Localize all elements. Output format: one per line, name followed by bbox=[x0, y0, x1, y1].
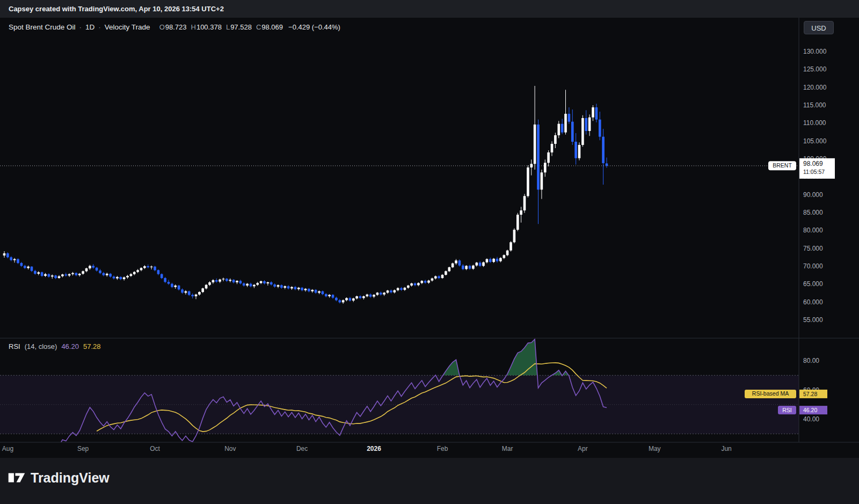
svg-text:40.00: 40.00 bbox=[803, 415, 819, 423]
currency-toggle-usd[interactable]: USD bbox=[804, 21, 834, 34]
high-label: H bbox=[191, 23, 196, 31]
svg-text:Sep: Sep bbox=[77, 445, 89, 452]
symbol-price-flag-text: BRENT bbox=[773, 162, 792, 169]
svg-text:Oct: Oct bbox=[150, 445, 160, 452]
svg-text:Feb: Feb bbox=[437, 445, 448, 452]
svg-text:85.000: 85.000 bbox=[803, 209, 823, 216]
price-axis[interactable]: 130.000125.000120.000115.000110.000105.0… bbox=[803, 48, 827, 324]
svg-text:65.000: 65.000 bbox=[803, 280, 823, 288]
change-value: −0.429 (−0.44%) bbox=[288, 23, 340, 31]
rsi-indicator-title[interactable]: RSI bbox=[9, 342, 20, 350]
close-label: C bbox=[256, 23, 261, 31]
time-axis[interactable]: AugSepOctNovDec2026FebMarAprMayJun bbox=[2, 445, 732, 452]
symbol-title[interactable]: Spot Brent Crude Oil bbox=[9, 23, 76, 31]
svg-text:115.000: 115.000 bbox=[803, 101, 826, 109]
data-provider-label[interactable]: Velocity Trade bbox=[105, 23, 150, 31]
svg-text:75.000: 75.000 bbox=[803, 245, 823, 252]
interval-label[interactable]: 1D bbox=[85, 23, 94, 31]
high-value: 100.378 bbox=[196, 23, 222, 31]
svg-text:Aug: Aug bbox=[2, 445, 13, 452]
snapshot-footer: TradingView bbox=[0, 458, 859, 504]
svg-text:70.000: 70.000 bbox=[803, 262, 823, 270]
tradingview-brand[interactable]: TradingView bbox=[8, 469, 110, 487]
candlestick-series[interactable] bbox=[3, 86, 608, 304]
svg-text:May: May bbox=[649, 445, 661, 452]
low-value: 97.528 bbox=[230, 23, 252, 31]
svg-text:2026: 2026 bbox=[367, 445, 381, 452]
svg-text:Apr: Apr bbox=[578, 445, 588, 452]
svg-text:60.000: 60.000 bbox=[803, 298, 823, 306]
svg-text:80.00: 80.00 bbox=[803, 357, 819, 364]
open-label: O bbox=[159, 23, 165, 31]
svg-text:90.000: 90.000 bbox=[803, 191, 823, 199]
svg-text:Mar: Mar bbox=[502, 445, 513, 452]
svg-text:55.000: 55.000 bbox=[803, 316, 823, 324]
tradingview-logo-icon bbox=[8, 469, 26, 487]
rsi-flag-text: RSI bbox=[782, 407, 792, 413]
svg-text:125.000: 125.000 bbox=[803, 65, 827, 73]
svg-text:Dec: Dec bbox=[296, 445, 308, 452]
bar-countdown-text: 11:05:57 bbox=[803, 169, 825, 175]
rsi-legend: RSI (14, close) 46.20 57.28 bbox=[9, 342, 100, 350]
rsi-current-value: 46.20 bbox=[61, 342, 79, 350]
chart-region[interactable]: 130.000125.000120.000115.000110.000105.0… bbox=[0, 18, 859, 458]
rsi-ma-current-value: 57.28 bbox=[83, 342, 101, 350]
svg-text:Nov: Nov bbox=[224, 445, 236, 452]
svg-text:110.000: 110.000 bbox=[803, 119, 826, 127]
screenshot-caption: Capsey created with TradingView.com, Apr… bbox=[9, 5, 224, 13]
svg-text:Jun: Jun bbox=[721, 445, 731, 452]
open-value: 98.723 bbox=[165, 23, 187, 31]
current-price-text: 98.069 bbox=[803, 160, 823, 167]
symbol-legend: Spot Brent Crude Oil · 1D · Velocity Tra… bbox=[9, 23, 340, 31]
svg-text:105.000: 105.000 bbox=[803, 137, 827, 145]
rsi-indicator-params: (14, close) bbox=[25, 342, 57, 350]
svg-text:120.000: 120.000 bbox=[803, 84, 827, 91]
rsi-ma-value-text: 57.28 bbox=[803, 391, 817, 397]
rsi-ma-flag-text: RSI-based MA bbox=[752, 390, 789, 397]
rsi-value-text: 46.20 bbox=[803, 407, 817, 413]
screenshot-header: Capsey created with TradingView.com, Apr… bbox=[0, 0, 859, 18]
tradingview-wordmark: TradingView bbox=[31, 470, 110, 486]
chart-canvas[interactable]: 130.000125.000120.000115.000110.000105.0… bbox=[0, 18, 859, 458]
ohlc-values: O98.723 H100.378 L97.528 C98.069 −0.429 … bbox=[159, 23, 340, 31]
legend-separator: · bbox=[79, 23, 82, 31]
legend-separator: · bbox=[98, 23, 101, 31]
low-label: L bbox=[226, 23, 230, 31]
svg-text:80.000: 80.000 bbox=[803, 227, 823, 234]
svg-text:130.000: 130.000 bbox=[803, 48, 827, 55]
close-value: 98.069 bbox=[261, 23, 283, 31]
